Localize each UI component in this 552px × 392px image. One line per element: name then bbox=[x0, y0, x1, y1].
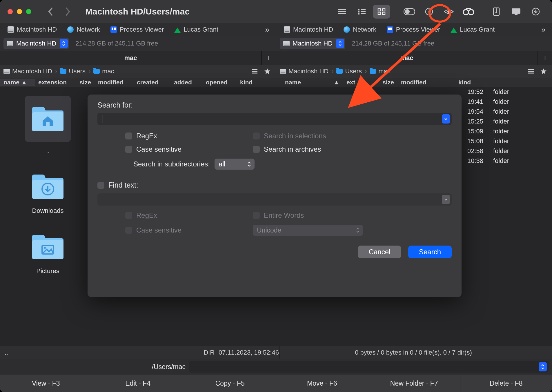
breadcrumb[interactable]: Macintosh HD bbox=[3, 68, 52, 75]
chevron-right-icon: › bbox=[88, 68, 90, 75]
tab-network[interactable]: Network bbox=[62, 23, 105, 36]
close-window-button[interactable] bbox=[8, 9, 13, 14]
list-item[interactable]: Downloads bbox=[29, 170, 67, 215]
column-header[interactable]: name▲ bbox=[276, 79, 343, 86]
fkey-bar: View - F3 Edit - F4 Copy - F5 Move - F6 … bbox=[0, 375, 552, 392]
tabstrip-overflow-button[interactable]: » bbox=[261, 25, 273, 34]
eye-icon[interactable] bbox=[440, 5, 457, 19]
subdir-select[interactable]: all bbox=[215, 159, 255, 170]
cell-kind: folder bbox=[486, 98, 518, 106]
case-sensitive-checkbox[interactable]: Case sensitive bbox=[125, 145, 235, 153]
pane-tab-name[interactable]: mac bbox=[0, 54, 261, 62]
breadcrumb[interactable]: mac bbox=[370, 68, 391, 75]
list-mode-icon[interactable] bbox=[526, 66, 536, 76]
table-row[interactable]: 15:25folder bbox=[462, 117, 552, 126]
tab-macintosh-hd[interactable]: Macintosh HD bbox=[2, 23, 62, 36]
list-mode-icon[interactable] bbox=[250, 66, 259, 76]
tab-network[interactable]: Network bbox=[338, 23, 382, 36]
table-row[interactable]: 19:52folder bbox=[462, 87, 552, 97]
download-icon[interactable] bbox=[527, 5, 544, 19]
info-icon[interactable] bbox=[420, 5, 438, 19]
favorite-star-icon[interactable] bbox=[262, 66, 272, 76]
favorite-star-icon[interactable] bbox=[539, 66, 549, 76]
maximize-window-button[interactable] bbox=[26, 9, 31, 14]
table-row[interactable]: 19:41folder bbox=[462, 97, 552, 107]
breadcrumb[interactable]: Users bbox=[60, 68, 85, 75]
column-header[interactable]: kind bbox=[447, 79, 552, 86]
column-header[interactable]: modified bbox=[397, 79, 447, 86]
column-header[interactable]: extension bbox=[35, 79, 69, 86]
table-row[interactable]: 10:38folder bbox=[462, 156, 552, 166]
cell-kind: folder bbox=[486, 128, 518, 135]
toggle-switch-icon[interactable] bbox=[401, 5, 418, 19]
archive-icon[interactable] bbox=[488, 5, 505, 19]
new-tab-button[interactable]: + bbox=[261, 51, 276, 65]
nav-back-button[interactable] bbox=[43, 5, 57, 19]
minimize-window-button[interactable] bbox=[17, 9, 22, 14]
column-header[interactable]: size bbox=[363, 79, 397, 86]
tabstrip-overflow-button[interactable]: » bbox=[538, 25, 550, 34]
column-header[interactable]: size bbox=[69, 79, 95, 86]
regex-checkbox[interactable]: RegEx bbox=[125, 132, 235, 140]
find-text-input[interactable] bbox=[97, 193, 452, 206]
breadcrumb[interactable]: Users bbox=[336, 68, 362, 75]
command-input[interactable] bbox=[189, 361, 549, 373]
find-text-label: Find text: bbox=[108, 181, 138, 189]
fkey-delete[interactable]: Delete - F8 bbox=[460, 375, 552, 392]
column-header[interactable]: modified bbox=[95, 79, 133, 86]
search-in-archives-checkbox[interactable]: Search in archives bbox=[253, 145, 363, 153]
pane-tab-name[interactable]: mac bbox=[276, 54, 538, 62]
table-row[interactable]: 02:58folder bbox=[462, 146, 552, 156]
volume-select[interactable]: Macintosh HD bbox=[3, 38, 69, 49]
right-column-headers[interactable]: name▲ ext size modified kind bbox=[276, 78, 552, 87]
search-button[interactable]: Search bbox=[408, 246, 452, 258]
stepper-icon[interactable] bbox=[539, 362, 547, 371]
cancel-button[interactable]: Cancel bbox=[358, 246, 401, 258]
list-item[interactable]: Pictures bbox=[29, 231, 67, 275]
svg-rect-10 bbox=[382, 9, 385, 11]
volume-select-label: Macintosh HD bbox=[293, 40, 333, 47]
monitor-icon[interactable] bbox=[507, 5, 525, 19]
tab-process-viewer[interactable]: Process Viewer bbox=[382, 23, 445, 36]
fkey-copy[interactable]: Copy - F5 bbox=[184, 375, 276, 392]
tab-lucas-grant[interactable]: Lucas Grant bbox=[169, 23, 224, 36]
column-header[interactable]: name▲ bbox=[0, 79, 35, 86]
table-row[interactable]: 19:54folder bbox=[462, 107, 552, 117]
breadcrumb[interactable]: Macintosh HD bbox=[280, 68, 328, 75]
column-header[interactable]: kind bbox=[237, 79, 259, 86]
tab-lucas-grant[interactable]: Lucas Grant bbox=[445, 23, 500, 36]
list-item[interactable]: .. bbox=[29, 96, 67, 154]
view-list-icon[interactable] bbox=[333, 5, 351, 19]
fkey-move[interactable]: Move - F6 bbox=[276, 375, 368, 392]
column-header[interactable]: added bbox=[170, 79, 202, 86]
dropdown-history-button[interactable] bbox=[442, 114, 450, 124]
find-text-checkbox[interactable] bbox=[97, 182, 104, 189]
app-window: Macintosh HD/Users/mac Macintosh HD Netw… bbox=[0, 0, 552, 392]
fkey-view[interactable]: View - F3 bbox=[0, 375, 92, 392]
binoculars-search-icon[interactable] bbox=[460, 5, 477, 19]
left-column-headers[interactable]: name▲ extension size modified created ad… bbox=[0, 78, 276, 87]
tab-macintosh-hd[interactable]: Macintosh HD bbox=[279, 23, 338, 36]
dropdown-history-button[interactable] bbox=[442, 195, 450, 204]
fkey-edit[interactable]: Edit - F4 bbox=[92, 375, 184, 392]
view-grid-icon[interactable] bbox=[373, 5, 390, 19]
stepper-icon bbox=[336, 39, 344, 48]
breadcrumb[interactable]: mac bbox=[93, 68, 114, 75]
tab-process-viewer[interactable]: Process Viewer bbox=[105, 23, 169, 36]
svg-rect-11 bbox=[378, 12, 381, 14]
tab-label: Lucas Grant bbox=[460, 26, 495, 33]
column-header[interactable]: created bbox=[133, 79, 170, 86]
column-header[interactable]: ext bbox=[343, 79, 363, 86]
fkey-new-folder[interactable]: New Folder - F7 bbox=[368, 375, 460, 392]
table-row[interactable]: 15:08folder bbox=[462, 136, 552, 146]
search-for-input[interactable] bbox=[97, 113, 452, 125]
right-breadcrumbs: Macintosh HD › Users › mac bbox=[276, 65, 552, 78]
nav-forward-button[interactable] bbox=[61, 5, 75, 19]
volume-select[interactable]: Macintosh HD bbox=[280, 38, 345, 49]
view-detail-icon[interactable] bbox=[353, 5, 371, 19]
cell-modified: 19:41 bbox=[462, 98, 486, 106]
column-header[interactable]: opened bbox=[202, 79, 237, 86]
new-tab-button[interactable]: + bbox=[538, 51, 552, 65]
folder-icon bbox=[60, 69, 66, 74]
table-row[interactable]: 15:09folder bbox=[462, 126, 552, 136]
